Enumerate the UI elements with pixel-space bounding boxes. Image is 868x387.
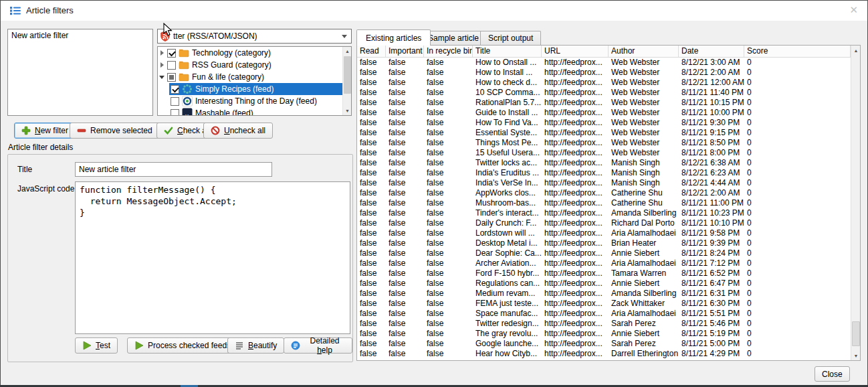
tree-item-mashable[interactable]: M Mashable (feed): [158, 107, 342, 116]
table-cell: false: [357, 319, 386, 329]
checkbox-unchecked[interactable]: [167, 61, 176, 70]
column-header[interactable]: Author: [609, 46, 679, 57]
checkbox-unchecked[interactable]: [171, 109, 179, 117]
table-row[interactable]: falsefalsefalseIndia's VerSe In...http:/…: [357, 178, 851, 188]
table-cell: false: [386, 299, 424, 309]
expander-collapsed-icon[interactable]: [158, 62, 166, 68]
table-row[interactable]: falsefalsefalseRegulations can...http://…: [357, 279, 851, 289]
checkbox-partial[interactable]: [167, 73, 176, 82]
tab-script-output[interactable]: Script output: [480, 31, 541, 45]
column-header[interactable]: Read: [357, 46, 386, 57]
table-row[interactable]: falsefalsefalseArcher Aviation...http://…: [357, 258, 851, 268]
column-header[interactable]: Important: [386, 46, 424, 57]
column-header[interactable]: Title: [473, 46, 542, 57]
table-row[interactable]: falsefalsefalseMedium revam...http://fee…: [357, 289, 851, 299]
table-scrollbar[interactable]: ▲ ▼: [851, 46, 860, 360]
column-header[interactable]: Date: [679, 46, 744, 57]
tree-item-simply-recipes[interactable]: Simply Recipes (feed): [158, 83, 342, 95]
expander-expanded-icon[interactable]: [158, 76, 166, 79]
table-row[interactable]: falsefalsefalseDaily Crunch: F...http://…: [357, 218, 851, 228]
table-row[interactable]: falsefalsefalseThings Most Pe...http://f…: [357, 138, 851, 148]
title-bar[interactable]: Article filters ✕: [1, 1, 867, 21]
table-cell: 0: [744, 279, 851, 289]
table-cell: false: [424, 78, 473, 88]
scrollbar-thumb[interactable]: [852, 321, 860, 346]
filters-list[interactable]: New article filter: [7, 29, 153, 116]
table-cell: Manish Singh: [609, 158, 679, 168]
scrollbar-thumb[interactable]: [344, 56, 351, 94]
tree-item-interesting-thing[interactable]: Interesting Thing of the Day (feed): [158, 95, 342, 107]
table-row[interactable]: falsefalsefalseHow to Onstall ...http://…: [357, 58, 851, 68]
checkbox-checked[interactable]: [171, 85, 179, 94]
beautify-button[interactable]: Beautify: [227, 337, 284, 354]
table-row[interactable]: falsefalsefalseLordstown will ...http://…: [357, 228, 851, 238]
table-row[interactable]: falsefalsefalseGuide to Install ...http:…: [357, 108, 851, 118]
detailed-help-button[interactable]: Detailed help: [284, 337, 352, 354]
table-row[interactable]: falsefalsefalse15 Useful Usera...http://…: [357, 148, 851, 158]
table-cell: http://feedprox...: [542, 168, 609, 178]
remove-selected-button[interactable]: Remove selected: [70, 123, 160, 139]
uncheck-all-button[interactable]: Uncheck all: [203, 123, 273, 139]
checkbox-unchecked[interactable]: [171, 97, 179, 106]
table-row[interactable]: falsefalsefalseTwitter redesign...http:/…: [357, 319, 851, 329]
table-cell: 8/11/21 11:40 PM: [679, 88, 744, 98]
tree-item-fun-life[interactable]: Fun & life (category): [158, 71, 342, 83]
table-row[interactable]: falsefalsefalseTwitter locks ac...http:/…: [357, 158, 851, 168]
combobox-dropdown-arrow-icon[interactable]: [342, 35, 347, 38]
table-row[interactable]: falsefalsefalseSpace manufac...http://fe…: [357, 309, 851, 319]
close-button[interactable]: Close: [815, 366, 850, 382]
column-header[interactable]: Score: [744, 46, 851, 57]
scroll-down-icon[interactable]: ▼: [851, 351, 861, 360]
table-row[interactable]: falsefalsefalseEssential Syste...http://…: [357, 128, 851, 138]
table-cell: false: [424, 268, 473, 279]
table-row[interactable]: falsefalsefalseRationalPlan 5.7...http:/…: [357, 98, 851, 108]
scroll-down-icon[interactable]: ▼: [343, 106, 352, 115]
feeds-tree[interactable]: Technology (category) RSS Guard (categor…: [157, 46, 352, 116]
tree-item-label: Mashable (feed): [195, 108, 253, 116]
account-combobox[interactable]: tter (RSS/ATOM/JSON): [157, 29, 352, 44]
table-cell: Daily Crunch: F...: [473, 218, 542, 228]
expander-collapsed-icon[interactable]: [158, 50, 166, 56]
table-row[interactable]: falsefalsefalseHow to check d...http://f…: [357, 78, 851, 88]
table-row[interactable]: falsefalsefalseHear how Cityb...http://f…: [357, 349, 851, 359]
table-cell: false: [424, 218, 473, 228]
table-cell: 0: [744, 68, 851, 78]
table-cell: false: [357, 188, 386, 198]
test-button[interactable]: Test: [75, 337, 118, 354]
table-cell: false: [357, 58, 386, 68]
tree-scrollbar[interactable]: ▲ ▼: [342, 47, 351, 115]
table-row[interactable]: falsefalsefalseDear Sophie: Ca...http://…: [357, 248, 851, 258]
table-cell: 0: [744, 289, 851, 299]
table-row[interactable]: falsefalsefalseGoogle launche...http://f…: [357, 339, 851, 349]
table-cell: How to check d...: [473, 78, 542, 88]
table-row[interactable]: falsefalsefalseIndia's Eruditus ...http:…: [357, 168, 851, 178]
table-cell: http://feedprox...: [542, 128, 609, 138]
table-row[interactable]: falsefalsefalseThe gray revolu...http://…: [357, 329, 851, 339]
table-cell: 0: [744, 198, 851, 208]
table-row[interactable]: falsefalsefalse10 SCP Comma...http://fee…: [357, 88, 851, 98]
title-input[interactable]: [75, 162, 272, 177]
table-cell: false: [357, 248, 386, 258]
tab-label: Script output: [488, 33, 533, 43]
tree-item-technology[interactable]: Technology (category): [158, 47, 342, 59]
window-close-icon[interactable]: ✕: [849, 4, 858, 16]
filter-list-item[interactable]: New article filter: [8, 29, 152, 42]
table-row[interactable]: falsefalsefalseDesktop Metal i...http://…: [357, 238, 851, 248]
scroll-up-icon[interactable]: ▲: [343, 47, 352, 56]
checkbox-checked[interactable]: [167, 49, 176, 58]
process-checked-feeds-button[interactable]: Process checked feeds: [127, 337, 238, 354]
table-row[interactable]: falsefalsefalseAppWorks clos...http://fe…: [357, 188, 851, 198]
table-row[interactable]: falsefalsefalseHow To Find Va...http://f…: [357, 118, 851, 128]
table-row[interactable]: falsefalsefalseMushroom-bas...http://fee…: [357, 198, 851, 208]
tree-item-rss-guard[interactable]: RSS Guard (category): [158, 59, 342, 71]
javascript-code-editor[interactable]: function filterMessage() { return Messag…: [75, 181, 350, 334]
table-row[interactable]: falsefalsefalseFord F-150 hybr...http://…: [357, 268, 851, 279]
column-header[interactable]: URL: [542, 46, 609, 57]
new-filter-button[interactable]: New filter: [14, 123, 76, 139]
table-row[interactable]: falsefalsefalseFEMA just teste...http://…: [357, 299, 851, 309]
scroll-up-icon[interactable]: ▲: [851, 46, 861, 55]
table-row[interactable]: falsefalsefalseHow to Install ...http://…: [357, 68, 851, 78]
table-row[interactable]: falsefalsefalseTinder's interact...http:…: [357, 208, 851, 218]
tab-existing-articles[interactable]: Existing articles: [356, 29, 431, 46]
column-header[interactable]: In recycle bin: [424, 46, 473, 57]
